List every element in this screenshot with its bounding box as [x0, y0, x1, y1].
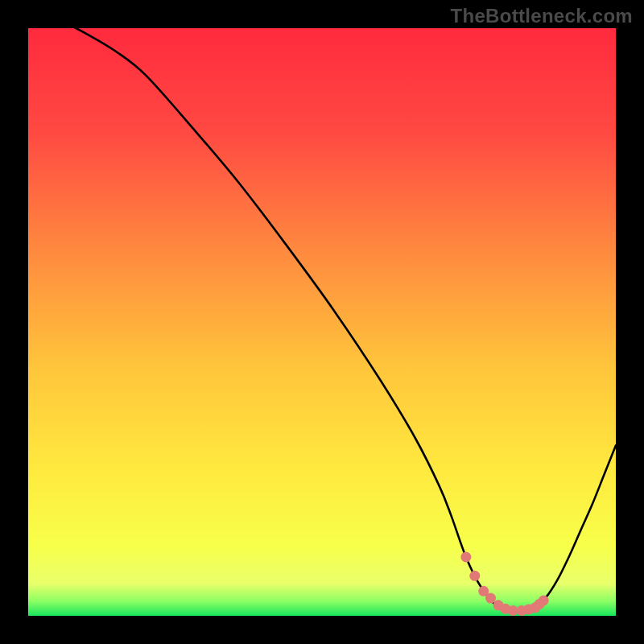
plot-svg: [28, 28, 616, 616]
optimal-zone-dot: [539, 596, 549, 606]
chart-container: TheBottleneck.com: [0, 0, 644, 644]
plot-background: [28, 28, 616, 616]
bottleneck-plot: [28, 28, 616, 616]
optimal-zone-dot: [469, 571, 480, 581]
optimal-zone-dot: [460, 552, 471, 563]
watermark-text: TheBottleneck.com: [451, 5, 633, 27]
